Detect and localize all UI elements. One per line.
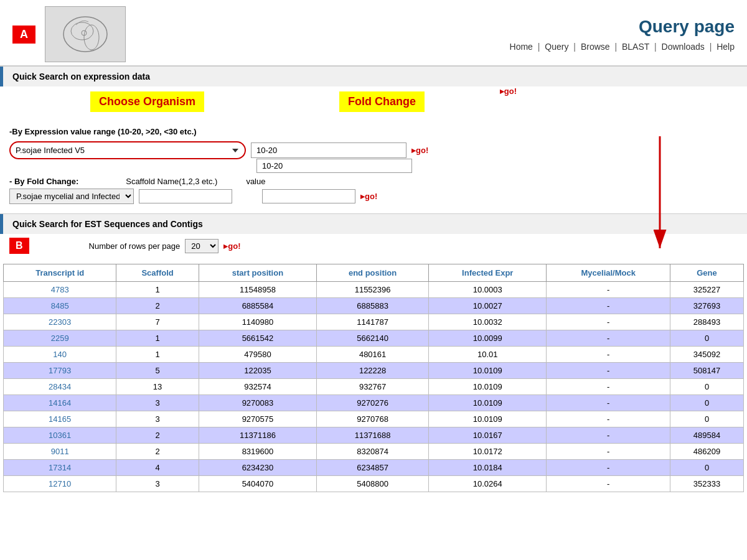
organism-select[interactable]: P.sojae Infected V5 P.sojae Infected V1 …: [9, 141, 246, 159]
col-start-position: start position: [199, 264, 316, 282]
svg-point-0: [63, 17, 107, 52]
table-cell: 288493: [670, 314, 744, 330]
est-section: Quick Search for EST Sequences and Conti…: [0, 214, 747, 234]
table-cell: 1141787: [317, 314, 429, 330]
table-cell: 13: [116, 379, 199, 395]
table-cell: 9270575: [199, 411, 316, 427]
table-cell: 10.01: [429, 347, 547, 363]
nav-blast[interactable]: BLAST: [622, 42, 649, 52]
table-cell: 6234230: [199, 460, 316, 476]
table-cell[interactable]: 10361: [4, 427, 116, 444]
table-cell: 2: [116, 427, 199, 444]
table-cell: 0: [670, 411, 744, 427]
table-cell: 10.0167: [429, 427, 547, 444]
table-cell[interactable]: 2259: [4, 330, 116, 347]
table-cell[interactable]: 12710: [4, 476, 116, 492]
nav-help[interactable]: Help: [716, 42, 735, 52]
nav-browse[interactable]: Browse: [581, 42, 610, 52]
fold-go-button[interactable]: ▸go!: [360, 192, 377, 201]
table-cell: -: [547, 476, 670, 492]
table-cell: 932574: [199, 379, 316, 395]
label-b: B: [9, 238, 29, 254]
table-cell: 3: [116, 411, 199, 427]
col-end-position: end position: [317, 264, 429, 282]
table-cell: 0: [670, 395, 744, 411]
table-cell[interactable]: 140: [4, 347, 116, 363]
nav-query[interactable]: Query: [545, 42, 568, 52]
fold-change-row: - By Fold Change: Scaffold Name(1,2,3 et…: [9, 177, 738, 186]
table-row: 1416439270083927027610.0109-0: [4, 395, 744, 411]
table-cell: -: [547, 444, 670, 460]
scaffold-label: Scaffold Name(1,2,3 etc.): [126, 177, 217, 186]
table-cell: 4: [116, 460, 199, 476]
table-cell: -: [547, 460, 670, 476]
table-cell[interactable]: 9011: [4, 444, 116, 460]
header-left: A: [12, 6, 126, 62]
table-cell[interactable]: 4783: [4, 282, 116, 298]
table-cell: 5: [116, 363, 199, 379]
table-cell: 479580: [199, 347, 316, 363]
table-row: 1731446234230623485710.0184-0: [4, 460, 744, 476]
col-transcript-id: Transcript id: [4, 264, 116, 282]
nav-downloads[interactable]: Downloads: [662, 42, 705, 52]
nav-home[interactable]: Home: [510, 42, 533, 52]
table-cell: -: [547, 379, 670, 395]
table-cell[interactable]: 14165: [4, 411, 116, 427]
results-table: Transcript id Scaffold start position en…: [3, 264, 744, 492]
table-cell[interactable]: 17793: [4, 363, 116, 379]
expr-search-row: P.sojae Infected V5 P.sojae Infected V1 …: [9, 141, 738, 159]
table-cell: 10.0264: [429, 476, 547, 492]
rows-section: B Number of rows per page 10 20 50 100 ▸…: [0, 234, 747, 258]
table-cell: 0: [670, 379, 744, 395]
rows-per-page-select[interactable]: 10 20 50 100: [185, 239, 218, 253]
table-cell: 10.0109: [429, 379, 547, 395]
organism-image: [45, 6, 126, 62]
scaffold-input[interactable]: [139, 189, 232, 203]
table-cell: 10.0109: [429, 363, 547, 379]
table-cell: 325227: [670, 282, 744, 298]
fold-change-inputs: P.sojae mycelial and Infected V1 P.sojae…: [9, 189, 738, 204]
page-title: Query page: [510, 17, 735, 37]
expr-go-button[interactable]: ▸go!: [411, 146, 428, 155]
table-cell: 5404070: [199, 476, 316, 492]
value-label: value: [246, 177, 265, 186]
table-header: Transcript id Scaffold start position en…: [4, 264, 744, 282]
table-cell: 2: [116, 298, 199, 314]
organism-select-2[interactable]: P.sojae mycelial and Infected V1 P.sojae…: [9, 189, 134, 204]
fold-change-annotation: Fold Change: [339, 91, 425, 112]
table-cell: 0: [670, 330, 744, 347]
table-row: 848526885584688588310.0027-327693: [4, 298, 744, 314]
est-title: Quick Search for EST Sequences and Conti…: [12, 219, 203, 229]
table-row: 2230371140980114178710.0032-288493: [4, 314, 744, 330]
fold-input[interactable]: [251, 142, 406, 158]
table-row: 284341393257493276710.0109-0: [4, 379, 744, 395]
table-cell: 5662140: [317, 330, 429, 347]
table-cell: 327693: [670, 298, 744, 314]
table-cell: 7: [116, 314, 199, 330]
table-row: 225915661542566214010.0099-0: [4, 330, 744, 347]
table-cell[interactable]: 28434: [4, 379, 116, 395]
table-cell: -: [547, 363, 670, 379]
dropdown-option[interactable]: 10-20: [257, 159, 411, 172]
header-right: Query page Home | Query | Browse | BLAST…: [510, 17, 735, 52]
table-cell: 489584: [670, 427, 744, 444]
table-cell: 6885584: [199, 298, 316, 314]
search-area-wrapper: Choose Organism Fold Change -By Expressi…: [0, 86, 747, 214]
est-go-button[interactable]: ▸go!: [223, 241, 240, 251]
table-cell: 11371186: [199, 427, 316, 444]
table-cell[interactable]: 14164: [4, 395, 116, 411]
choose-organism-annotation: Choose Organism: [90, 91, 204, 112]
table-cell: 932767: [317, 379, 429, 395]
table-cell: 10.0027: [429, 298, 547, 314]
table-cell: 122228: [317, 363, 429, 379]
col-scaffold: Scaffold: [116, 264, 199, 282]
table-cell[interactable]: 17314: [4, 460, 116, 476]
rows-label: Number of rows per page: [89, 241, 181, 251]
table-cell[interactable]: 8485: [4, 298, 116, 314]
table-cell: 345092: [670, 347, 744, 363]
table-cell[interactable]: 22303: [4, 314, 116, 330]
table-cell: 0: [670, 460, 744, 476]
col-infected-expr: Infected Expr: [429, 264, 547, 282]
fold-change-label-text: - By Fold Change:: [9, 177, 78, 186]
value-input[interactable]: [262, 189, 355, 203]
